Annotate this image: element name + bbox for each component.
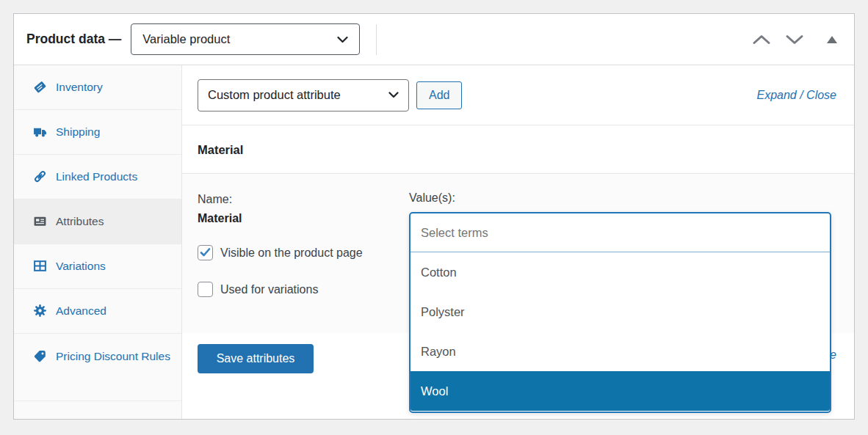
gear-icon xyxy=(33,304,47,318)
tab-attributes[interactable]: Attributes xyxy=(14,200,181,244)
terms-options-list: Cotton Polyster Rayon Wool xyxy=(411,252,830,411)
tab-label: Variations xyxy=(56,260,106,272)
term-option-wool[interactable]: Wool xyxy=(411,371,830,411)
toggle-panel-button[interactable] xyxy=(816,34,839,45)
metabox-header: Product data — Variable product xyxy=(14,14,854,65)
panel-title-text: Product data xyxy=(26,32,105,46)
move-up-button[interactable] xyxy=(750,32,773,47)
visible-on-product-page-row[interactable]: Visible on the product page xyxy=(198,245,363,260)
term-option-cotton[interactable]: Cotton xyxy=(411,252,830,292)
inventory-tag-icon xyxy=(33,80,47,94)
used-for-variations-row[interactable]: Used for variations xyxy=(198,282,318,297)
chevron-down-icon xyxy=(337,36,348,43)
truck-icon xyxy=(33,125,47,139)
checkbox-label: Visible on the product page xyxy=(220,246,363,260)
attribute-header-title: Material xyxy=(198,143,243,156)
add-attribute-button[interactable]: Add xyxy=(416,81,462,109)
attribute-header-row[interactable]: Material xyxy=(182,125,854,174)
metabox-body: Inventory Shipping Linked Products Attri… xyxy=(14,65,854,419)
panel-title-dash: — xyxy=(109,32,122,46)
chevron-down-icon xyxy=(388,92,399,98)
move-down-button[interactable] xyxy=(783,32,806,47)
tab-label: Pricing Discount Rules xyxy=(56,350,170,362)
tab-label: Shipping xyxy=(56,125,100,138)
attributes-panel: Custom product attribute Add Expand / Cl… xyxy=(182,65,854,419)
checkbox-label: Used for variations xyxy=(220,283,318,296)
tab-inventory[interactable]: Inventory xyxy=(14,65,181,110)
tag-icon xyxy=(33,349,47,363)
tab-variations[interactable]: Variations xyxy=(14,244,181,289)
tab-label: Advanced xyxy=(56,304,106,317)
visible-on-product-page-checkbox[interactable] xyxy=(198,245,213,260)
product-data-metabox: Product data — Variable product xyxy=(13,13,855,420)
triangle-up-icon xyxy=(827,36,837,43)
page-background: Product data — Variable product xyxy=(0,0,868,435)
terms-placeholder: Select terms xyxy=(421,226,488,240)
attribute-values-label: Value(s): xyxy=(409,191,455,205)
tab-advanced[interactable]: Advanced xyxy=(14,289,181,334)
link-icon xyxy=(33,169,47,183)
attribute-type-select[interactable]: Custom product attribute xyxy=(198,79,409,112)
tab-label: Inventory xyxy=(56,81,103,93)
terms-search-input[interactable]: Select terms xyxy=(411,213,830,252)
panel-title: Product data — xyxy=(26,32,121,47)
expand-close-link-top[interactable]: Expand / Close xyxy=(756,89,836,102)
term-option-rayon[interactable]: Rayon xyxy=(411,332,830,371)
product-type-select[interactable]: Variable product xyxy=(131,23,360,55)
attribute-name-label: Name: xyxy=(198,193,232,206)
product-type-value: Variable product xyxy=(142,32,230,46)
attribute-name-value: Material xyxy=(198,212,242,225)
tab-label: Attributes xyxy=(56,215,104,227)
index-card-icon xyxy=(33,214,47,228)
tab-label: Linked Products xyxy=(56,170,137,183)
attribute-type-value: Custom product attribute xyxy=(208,88,341,102)
tab-linked-products[interactable]: Linked Products xyxy=(14,155,181,200)
tab-shipping[interactable]: Shipping xyxy=(14,110,181,155)
header-divider xyxy=(376,24,377,55)
chevron-up-icon xyxy=(752,34,771,45)
save-attributes-button[interactable]: Save attributes xyxy=(198,344,314,373)
term-option-polyster[interactable]: Polyster xyxy=(411,292,830,332)
tab-pricing-discount-rules[interactable]: Pricing Discount Rules xyxy=(14,334,181,401)
grid-icon xyxy=(33,259,47,273)
chevron-down-icon xyxy=(785,34,804,45)
terms-dropdown: Select terms Cotton Polyster Rayon Wool xyxy=(409,212,831,413)
used-for-variations-checkbox[interactable] xyxy=(198,282,213,297)
attributes-toolbar: Custom product attribute Add Expand / Cl… xyxy=(182,65,854,125)
metabox-controls xyxy=(750,32,839,47)
product-data-tabs: Inventory Shipping Linked Products Attri… xyxy=(14,65,182,419)
checkmark-icon xyxy=(200,248,211,257)
